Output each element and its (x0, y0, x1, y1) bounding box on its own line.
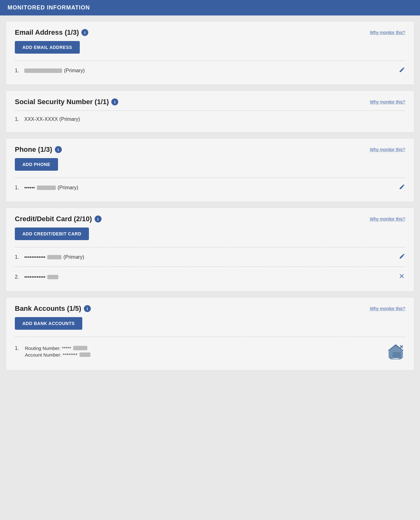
edit-icon[interactable] (399, 67, 405, 74)
section-header-phone: Phone (1/3)iWhy monitor this? (15, 145, 405, 154)
add-button-bank[interactable]: ADD BANK ACCOUNTS (15, 317, 82, 330)
page-header: MONITORED INFORMATION (0, 0, 420, 15)
edit-icon[interactable] (399, 253, 405, 261)
list-item: 1. (Primary) (15, 63, 405, 78)
section-ssn: Social Security Number (1/1)iWhy monitor… (6, 91, 414, 133)
section-card: Credit/Debit Card (2/10)iWhy monitor thi… (6, 208, 414, 292)
section-header-bank: Bank Accounts (1/5)iWhy monitor this? (15, 304, 405, 313)
section-title-phone: Phone (1/3)i (15, 145, 62, 154)
delete-icon[interactable] (398, 273, 405, 281)
add-button-email[interactable]: ADD EMAIL ADDRESS (15, 41, 80, 54)
section-email: Email Address (1/3)iWhy monitor this?ADD… (6, 21, 414, 85)
section-header-ssn: Social Security Number (1/1)iWhy monitor… (15, 98, 405, 106)
list-item: 1.•••••••••••• (Primary) (15, 250, 405, 264)
svg-text:✕: ✕ (399, 344, 403, 350)
add-button-phone[interactable]: ADD PHONE (15, 158, 58, 171)
section-phone: Phone (1/3)iWhy monitor this?ADD PHONE1.… (6, 138, 414, 202)
edit-icon[interactable] (399, 184, 405, 192)
info-icon-phone[interactable]: i (55, 146, 62, 153)
svg-rect-1 (393, 352, 401, 358)
list-item: 1.XXX-XX-XXXX (Primary) (15, 113, 405, 125)
section-title-ssn: Social Security Number (1/1)i (15, 98, 118, 106)
list-item: 1.•••••• (Primary) (15, 180, 405, 195)
why-link-phone[interactable]: Why monitor this? (370, 147, 405, 152)
info-icon-ssn[interactable]: i (111, 98, 118, 105)
add-button-card[interactable]: ADD CREDIT/DEBIT CARD (15, 228, 89, 240)
section-header-card: Credit/Debit Card (2/10)iWhy monitor thi… (15, 215, 405, 223)
section-title-bank: Bank Accounts (1/5)i (15, 304, 91, 313)
why-link-card[interactable]: Why monitor this? (370, 216, 405, 222)
section-title-card: Credit/Debit Card (2/10)i (15, 215, 102, 223)
list-item: 1.Routing Number: *****Account Number: *… (15, 340, 405, 363)
info-icon-card[interactable]: i (95, 216, 102, 222)
why-link-bank[interactable]: Why monitor this? (370, 306, 405, 311)
info-icon-bank[interactable]: i (84, 305, 91, 312)
section-header-email: Email Address (1/3)iWhy monitor this? (15, 28, 405, 37)
section-bank: Bank Accounts (1/5)iWhy monitor this?ADD… (6, 297, 414, 370)
section-title-email: Email Address (1/3)i (15, 28, 88, 37)
list-item: 2.•••••••••••• (15, 269, 405, 284)
bank-delete-icon[interactable]: ✕ (386, 343, 405, 360)
why-link-ssn[interactable]: Why monitor this? (370, 99, 405, 104)
sections-container: Email Address (1/3)iWhy monitor this?ADD… (0, 15, 420, 376)
info-icon-email[interactable]: i (81, 29, 88, 36)
why-link-email[interactable]: Why monitor this? (370, 30, 405, 35)
